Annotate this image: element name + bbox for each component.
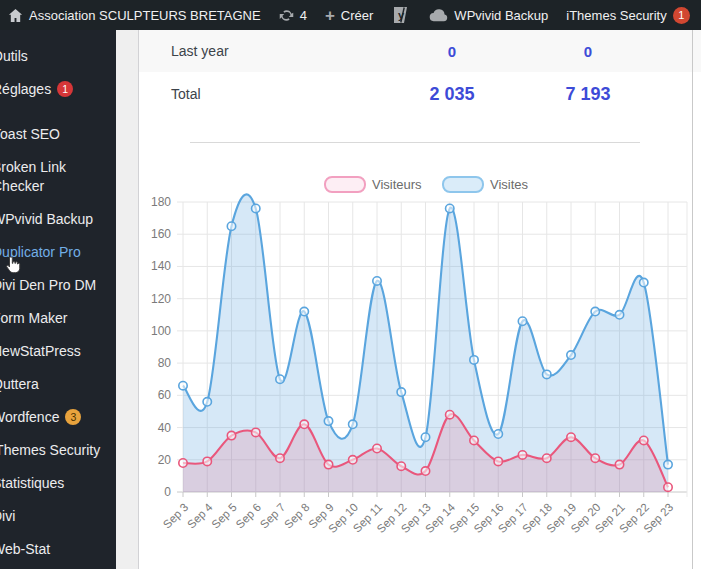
data-point[interactable]: [494, 457, 502, 465]
data-point[interactable]: [227, 431, 235, 439]
wpvivid-item[interactable]: WPvivid Backup: [429, 8, 548, 23]
data-point[interactable]: [203, 457, 211, 465]
sidebar-item-quttera[interactable]: Quttera: [0, 368, 116, 401]
stats-table: Last year00Total2 0357 193: [139, 30, 701, 116]
row-label: Last year: [171, 43, 229, 59]
section-divider: [190, 142, 640, 143]
data-point[interactable]: [446, 204, 454, 212]
sidebar-item-r-glages[interactable]: Réglages1: [0, 73, 116, 106]
y-tick-label: 160: [151, 227, 171, 241]
sidebar-item-form-maker[interactable]: Form Maker: [0, 302, 116, 335]
data-point[interactable]: [397, 462, 405, 470]
home-icon: [8, 8, 23, 23]
data-point[interactable]: [470, 356, 478, 364]
data-point[interactable]: [397, 388, 405, 396]
ithemes-label: iThemes Security: [566, 8, 666, 23]
scrollbar-track[interactable]: [692, 30, 693, 569]
data-point[interactable]: [518, 317, 526, 325]
table-row: Last year00: [139, 30, 701, 72]
data-point[interactable]: [543, 370, 551, 378]
data-point[interactable]: [615, 311, 623, 319]
visits-value: 0: [538, 43, 638, 60]
row-label: Total: [171, 86, 201, 102]
data-point[interactable]: [640, 436, 648, 444]
data-point[interactable]: [421, 433, 429, 441]
yoast-item[interactable]: y: [391, 5, 411, 25]
data-point[interactable]: [640, 278, 648, 286]
sidebar-item-ithemes-security[interactable]: iThemes Security: [0, 434, 116, 467]
data-point[interactable]: [349, 456, 357, 464]
legend-label: Visiteurs: [372, 177, 422, 192]
sidebar-item-wordfence[interactable]: Wordfence3: [0, 401, 116, 434]
sidebar-item-broken-link-checker[interactable]: Broken Link Checker: [0, 151, 116, 203]
ithemes-badge: 1: [673, 7, 690, 24]
data-point[interactable]: [276, 375, 284, 383]
sidebar-item-yoast-seo[interactable]: Yoast SEO: [0, 118, 116, 151]
chart-canvas[interactable]: 020406080100120140160180Sep 3Sep 4Sep 5S…: [139, 160, 701, 569]
updates-icon: [279, 8, 294, 23]
data-point[interactable]: [664, 460, 672, 468]
cloud-icon: [429, 8, 448, 22]
sidebar-item-outils[interactable]: Outils: [0, 40, 116, 73]
updates-item[interactable]: 4: [279, 8, 307, 23]
y-tick-label: 60: [158, 388, 172, 402]
sidebar-item-label: Divi Den Pro DM: [0, 276, 108, 295]
yoast-icon: y: [391, 5, 411, 25]
sidebar-item-label: Yoast SEO: [0, 125, 108, 144]
sidebar-item-label: Outils: [0, 47, 108, 66]
data-point[interactable]: [252, 204, 260, 212]
site-name: Association SCULPTEURS BRETAGNE: [29, 8, 261, 23]
x-tick-label: Sep 7: [258, 501, 288, 531]
legend-item-visiteurs[interactable]: Visiteurs: [325, 177, 422, 192]
data-point[interactable]: [227, 222, 235, 230]
data-point[interactable]: [518, 451, 526, 459]
update-count-badge: 3: [65, 409, 81, 425]
data-point[interactable]: [179, 459, 187, 467]
visits-value: 7 193: [538, 84, 638, 105]
data-point[interactable]: [203, 398, 211, 406]
data-point[interactable]: [615, 460, 623, 468]
data-point[interactable]: [591, 307, 599, 315]
new-content-item[interactable]: + Créer: [325, 7, 373, 24]
sidebar-item-wpvivid-backup[interactable]: WPvivid Backup: [0, 203, 116, 236]
data-point[interactable]: [324, 460, 332, 468]
data-point[interactable]: [276, 454, 284, 462]
sidebar-item-label: Web-Stat: [0, 540, 108, 559]
sidebar-item-divi[interactable]: Divi: [0, 500, 116, 533]
data-point[interactable]: [470, 436, 478, 444]
sidebar-item-label: Broken Link Checker: [0, 158, 108, 196]
sidebar-item-newstatpress[interactable]: NewStatPress: [0, 335, 116, 368]
data-point[interactable]: [567, 433, 575, 441]
data-point[interactable]: [349, 420, 357, 428]
data-point[interactable]: [179, 381, 187, 389]
admin-sidebar: OutilsRéglages1Yoast SEOBroken Link Chec…: [0, 30, 116, 569]
data-point[interactable]: [494, 430, 502, 438]
y-tick-label: 120: [151, 292, 171, 306]
legend-label: Visites: [490, 177, 529, 192]
legend-item-visites[interactable]: Visites: [443, 177, 529, 192]
y-tick-label: 80: [158, 356, 172, 370]
data-point[interactable]: [446, 410, 454, 418]
data-point[interactable]: [591, 454, 599, 462]
traffic-chart[interactable]: 020406080100120140160180Sep 3Sep 4Sep 5S…: [139, 160, 701, 569]
data-point[interactable]: [664, 483, 672, 491]
data-point[interactable]: [543, 454, 551, 462]
sidebar-item-web-stat[interactable]: Web-Stat: [0, 533, 116, 566]
data-point[interactable]: [300, 420, 308, 428]
data-point[interactable]: [373, 444, 381, 452]
data-point[interactable]: [324, 417, 332, 425]
update-count-badge: 1: [57, 81, 73, 97]
sidebar-item-statistiques[interactable]: Statistiques: [0, 467, 116, 500]
plus-icon: +: [325, 7, 335, 24]
data-point[interactable]: [421, 467, 429, 475]
data-point[interactable]: [373, 277, 381, 285]
data-point[interactable]: [300, 307, 308, 315]
data-point[interactable]: [252, 428, 260, 436]
site-menu[interactable]: Association SCULPTEURS BRETAGNE: [8, 8, 261, 23]
sidebar-menu: OutilsRéglages1Yoast SEOBroken Link Chec…: [0, 30, 116, 566]
ithemes-item[interactable]: iThemes Security 1: [566, 7, 689, 24]
x-tick-label: Sep 8: [282, 501, 312, 531]
data-point[interactable]: [567, 351, 575, 359]
main-content: Last year00Total2 0357 193 0204060801001…: [139, 30, 701, 569]
sidebar-item-label: Quttera: [0, 375, 108, 394]
